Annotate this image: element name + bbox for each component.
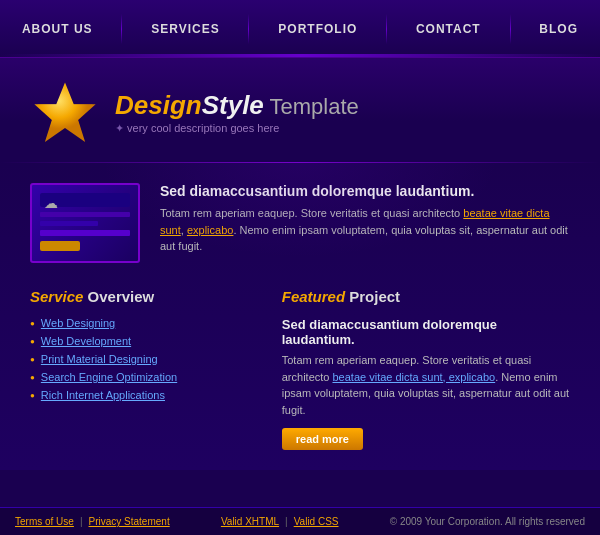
main-content: ☁ Sed diamaccusantium doloremque laudant… [0,163,600,470]
feature-text: Sed diamaccusantium doloremque laudantiu… [160,183,570,255]
nav-contact[interactable]: CONTACT [401,17,496,41]
nav-separator-3 [386,14,387,44]
footer: Terms of Use | Privacy Statement Valid X… [0,507,600,535]
list-item: Search Engine Optimization [30,371,252,383]
list-item: Print Material Designing [30,353,252,365]
navigation: ABOUT US SERVICES PORTFOLIO CONTACT BLOG [0,0,600,58]
nav-blog[interactable]: BLOG [524,17,593,41]
list-item: Web Development [30,335,252,347]
thumb-line2 [40,221,98,226]
featured-title-normal: Project [345,288,400,305]
service-link-0[interactable]: Web Designing [41,317,115,329]
footer-terms-link[interactable]: Terms of Use [15,516,74,527]
featured-title: Featured Project [282,288,570,305]
list-item: Rich Internet Applications [30,389,252,401]
logo-style: Style [202,90,264,120]
thumb-text-line [40,230,130,236]
nav-separator-2 [248,14,249,44]
logo-design: Design [115,90,202,120]
service-title: Service Overview [30,288,252,305]
nav-portfolio[interactable]: PORTFOLIO [263,17,372,41]
bottom-columns: Service Overview Web Designing Web Devel… [30,288,570,450]
featured-body: Totam rem aperiam eaquep. Store veritati… [282,352,570,418]
logo-template: Template [264,94,359,119]
footer-links-left: Terms of Use | Privacy Statement [15,516,170,527]
list-item: Web Designing [30,317,252,329]
read-more-button[interactable]: read more [282,428,363,450]
header: DesignStyle Template very cool descripti… [0,58,600,163]
thumb-line1 [40,212,130,217]
footer-valid-css-link[interactable]: Valid CSS [294,516,339,527]
service-link-1[interactable]: Web Development [41,335,131,347]
featured-heading: Sed diamaccusantium doloremque laudantiu… [282,317,570,347]
footer-privacy-link[interactable]: Privacy Statement [89,516,170,527]
feature-thumbnail: ☁ [30,183,140,263]
service-title-highlight: Service [30,288,83,305]
logo-description: very cool description goes here [115,122,359,135]
service-list: Web Designing Web Development Print Mate… [30,317,252,401]
nav-separator-1 [121,14,122,44]
nav-about-us[interactable]: ABOUT US [7,17,108,41]
star-icon [30,78,100,148]
thumb-button [40,241,80,251]
nav-separator-4 [510,14,511,44]
service-link-4[interactable]: Rich Internet Applications [41,389,165,401]
footer-valid-xhtml-link[interactable]: Valid XHTML [221,516,279,527]
logo-text: DesignStyle Template very cool descripti… [115,91,359,136]
footer-copyright: © 2009 Your Corporation. All rights rese… [390,516,585,527]
logo-title: DesignStyle Template [115,91,359,120]
nav-services[interactable]: SERVICES [136,17,234,41]
featured-project-section: Featured Project Sed diamaccusantium dol… [282,288,570,450]
feature-section: ☁ Sed diamaccusantium doloremque laudant… [30,183,570,263]
thumb-cloud-icon: ☁ [44,195,58,211]
feature-link2[interactable]: explicabo [187,224,233,236]
service-link-3[interactable]: Search Engine Optimization [41,371,177,383]
featured-link[interactable]: beatae vitae dicta sunt, explicabo [332,371,495,383]
footer-links-mid: Valid XHTML | Valid CSS [221,516,339,527]
feature-heading: Sed diamaccusantium doloremque laudantiu… [160,183,570,199]
feature-body: Totam rem aperiam eaquep. Store veritati… [160,205,570,255]
featured-title-highlight: Featured [282,288,345,305]
service-title-normal: Overview [83,288,154,305]
service-overview-section: Service Overview Web Designing Web Devel… [30,288,252,450]
service-link-2[interactable]: Print Material Designing [41,353,158,365]
